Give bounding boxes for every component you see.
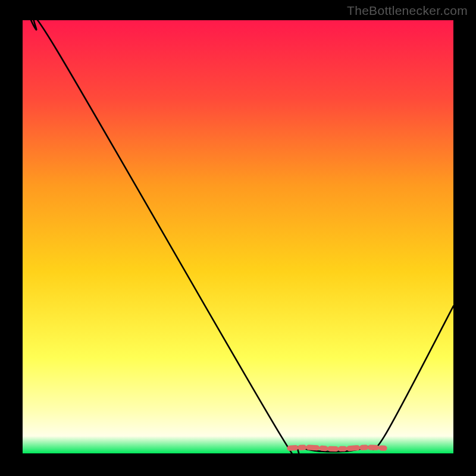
watermark-text: TheBottlenecker.com	[347, 4, 468, 18]
chart-frame: TheBottlenecker.com	[0, 0, 476, 476]
plot-area	[23, 20, 453, 453]
bottleneck-curve	[23, 20, 453, 453]
